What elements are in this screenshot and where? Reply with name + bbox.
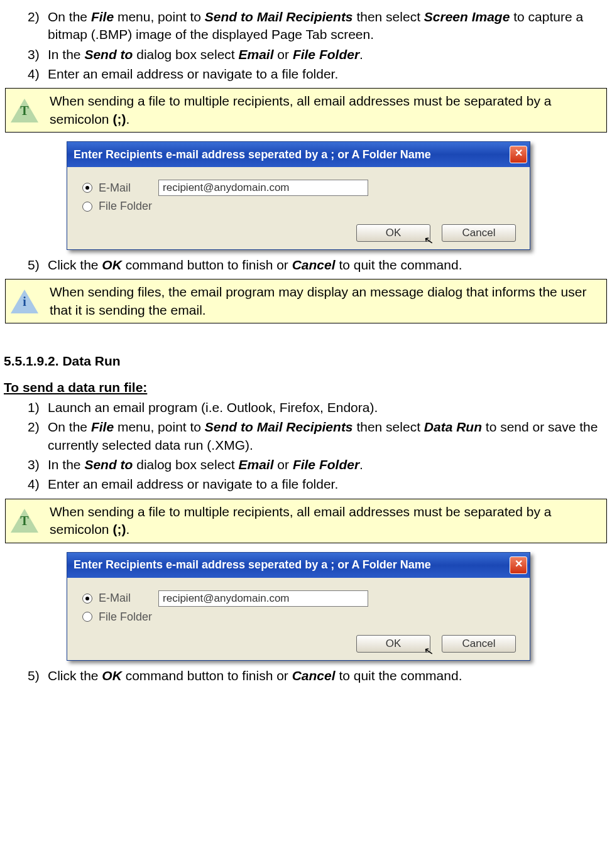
dialog-title: Enter Recipients e-mail address seperate… [74, 148, 510, 161]
cursor-icon: ↖ [423, 233, 435, 248]
step-number: 4) [28, 475, 48, 493]
step-number: 2) [28, 8, 48, 44]
dialog-screenshot: Enter Recipients e-mail address seperate… [67, 141, 532, 250]
info-icon: i [11, 290, 38, 313]
tip-text: When sending a file to multiple recipien… [50, 92, 601, 128]
step-text: On the File menu, point to Send to Mail … [48, 418, 608, 454]
step-a4: 4) Enter an email address or navigate to… [28, 65, 608, 83]
tip-box: T When sending a file to multiple recipi… [5, 88, 607, 133]
radio-folder-label: File Folder [99, 200, 152, 213]
step-text: Enter an email address or navigate to a … [48, 65, 608, 83]
info-box: i When sending files, the email program … [5, 279, 607, 323]
radio-folder-label: File Folder [99, 610, 152, 624]
email-field[interactable]: recipient@anydomain.com [158, 180, 368, 196]
step-number: 3) [28, 456, 48, 474]
step-number: 1) [28, 399, 48, 416]
dialog-titlebar: Enter Recipients e-mail address seperate… [67, 553, 530, 578]
step-text: Enter an email address or navigate to a … [48, 475, 608, 493]
ok-button[interactable]: OK ↖ [356, 224, 430, 242]
section-heading: 5.5.1.9.2. Data Run [4, 354, 608, 369]
radio-email[interactable] [82, 183, 92, 193]
step-b5: 5) Click the OK command button to finish… [28, 667, 608, 685]
cursor-icon: ↖ [423, 643, 435, 658]
step-a5: 5) Click the OK command button to finish… [28, 256, 608, 274]
send-to-dialog: Enter Recipients e-mail address seperate… [67, 552, 530, 661]
step-number: 4) [28, 65, 48, 83]
radio-folder-row[interactable]: File Folder [82, 200, 520, 213]
radio-email-label: E-Mail [99, 592, 131, 605]
cancel-button[interactable]: Cancel [442, 635, 516, 653]
section-subheading: To send a data run file: [4, 380, 608, 395]
tip-box: T When sending a file to multiple recipi… [5, 499, 607, 543]
step-number: 2) [28, 418, 48, 454]
tip-icon: T [11, 509, 38, 533]
step-b2: 2) On the File menu, point to Send to Ma… [28, 418, 608, 454]
radio-email-row[interactable]: E-Mail recipient@anydomain.com [82, 590, 520, 607]
radio-folder[interactable] [82, 612, 92, 622]
info-text: When sending files, the email program ma… [50, 283, 601, 319]
step-a3: 3) In the Send to dialog box select Emai… [28, 46, 608, 63]
step-number: 5) [28, 256, 48, 274]
cancel-button[interactable]: Cancel [442, 224, 516, 242]
step-text: In the Send to dialog box select Email o… [48, 456, 608, 474]
step-text: Click the OK command button to finish or… [48, 256, 608, 274]
dialog-titlebar: Enter Recipients e-mail address seperate… [67, 142, 530, 167]
step-text: In the Send to dialog box select Email o… [48, 46, 608, 63]
send-to-dialog: Enter Recipients e-mail address seperate… [67, 141, 530, 250]
close-button[interactable]: ✕ [510, 146, 527, 163]
step-b4: 4) Enter an email address or navigate to… [28, 475, 608, 493]
close-button[interactable]: ✕ [510, 556, 527, 574]
tip-text: When sending a file to multiple recipien… [50, 503, 601, 539]
step-number: 3) [28, 46, 48, 63]
tip-icon: T [11, 99, 38, 122]
radio-email-row[interactable]: E-Mail recipient@anydomain.com [82, 180, 520, 196]
step-text: Launch an email program (i.e. Outlook, F… [48, 399, 608, 416]
step-text: Click the OK command button to finish or… [48, 667, 608, 685]
radio-folder-row[interactable]: File Folder [82, 610, 520, 624]
radio-email[interactable] [82, 594, 92, 604]
email-field[interactable]: recipient@anydomain.com [158, 590, 368, 607]
step-text: On the File menu, point to Send to Mail … [48, 8, 608, 44]
step-a2: 2) On the File menu, point to Send to Ma… [28, 8, 608, 44]
step-b3: 3) In the Send to dialog box select Emai… [28, 456, 608, 474]
ok-button[interactable]: OK ↖ [356, 635, 430, 653]
dialog-screenshot: Enter Recipients e-mail address seperate… [67, 552, 532, 661]
step-number: 5) [28, 667, 48, 685]
step-b1: 1) Launch an email program (i.e. Outlook… [28, 399, 608, 416]
radio-folder[interactable] [82, 202, 92, 212]
dialog-title: Enter Recipients e-mail address seperate… [74, 558, 510, 572]
radio-email-label: E-Mail [99, 182, 131, 195]
